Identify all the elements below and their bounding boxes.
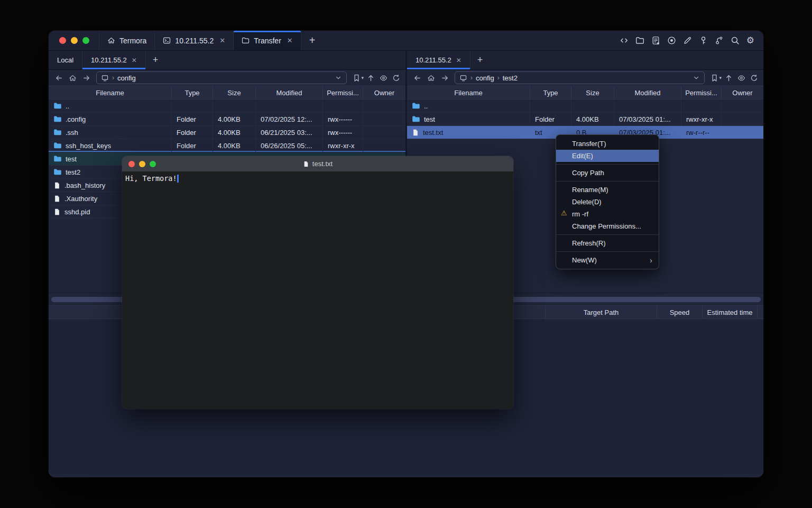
filename: test: [424, 115, 435, 123]
home-icon[interactable]: [66, 71, 79, 84]
tab-host[interactable]: 10.211.55.2 ✕: [155, 31, 234, 50]
menu-item-rename[interactable]: Rename(M): [556, 184, 659, 196]
menu-item-transfer[interactable]: Transfer(T): [556, 138, 659, 150]
column-header-owner[interactable]: Owner: [722, 86, 763, 99]
column-header-filename[interactable]: Filename: [49, 86, 172, 99]
zoom-window-button[interactable]: [150, 161, 156, 167]
file-modified: 07/02/2025 12:...: [256, 113, 323, 125]
forward-icon[interactable]: [80, 71, 93, 84]
back-icon[interactable]: [411, 71, 423, 84]
tab-remote-host[interactable]: 10.211.55.2 ✕: [407, 51, 470, 69]
right-table-header: Filename Type Size Modified Permissi... …: [407, 86, 763, 99]
bookmark-caret-icon[interactable]: ▾: [719, 75, 722, 80]
new-pane-tab-button[interactable]: +: [146, 51, 165, 69]
new-pane-tab-button[interactable]: +: [470, 51, 490, 69]
file-modified: [614, 99, 681, 112]
table-row[interactable]: .ssh Folder 4.00KB 06/21/2025 03:... rwx…: [49, 126, 405, 139]
tab-transfer[interactable]: Transfer ✕: [234, 31, 301, 50]
tab-termora[interactable]: Termora: [99, 31, 155, 50]
menu-item-refresh[interactable]: Refresh(R): [556, 237, 659, 249]
file-size: [571, 99, 614, 112]
breadcrumb-segment: config: [476, 74, 494, 82]
close-tab-icon[interactable]: ✕: [456, 57, 462, 64]
file-permissions: rw-r--r--: [681, 126, 722, 139]
refresh-icon[interactable]: [748, 71, 760, 84]
table-row[interactable]: ..: [407, 99, 763, 113]
menu-item-rm-rf[interactable]: ⚠ rm -rf: [556, 208, 659, 220]
column-header-size[interactable]: Size: [571, 86, 614, 99]
column-header-type[interactable]: Type: [172, 86, 213, 99]
editor-window-controls: [128, 161, 156, 167]
table-row[interactable]: ..: [49, 99, 405, 113]
gear-icon[interactable]: ⚙: [746, 36, 754, 45]
window-controls: [49, 31, 99, 50]
document-icon[interactable]: [651, 36, 660, 45]
new-tab-button[interactable]: +: [301, 31, 324, 50]
key-icon[interactable]: [699, 36, 708, 45]
file-icon: [303, 160, 309, 168]
close-window-button[interactable]: [128, 161, 135, 167]
path-breadcrumb[interactable]: › config › test2: [455, 71, 705, 84]
filename: sshd.pid: [64, 208, 90, 216]
file-type: [530, 99, 571, 112]
column-header-filename[interactable]: Filename: [407, 86, 530, 99]
back-icon[interactable]: [52, 71, 65, 84]
column-header-modified[interactable]: Modified: [614, 86, 681, 99]
minimize-window-button[interactable]: [139, 161, 145, 167]
column-header-modified[interactable]: Modified: [256, 86, 323, 99]
transfer-column-estimated-time[interactable]: Estimated time: [702, 306, 757, 319]
right-pane-tabs: 10.211.55.2 ✕ +: [407, 51, 763, 70]
menu-item-edit[interactable]: Edit(E): [556, 150, 659, 162]
folder-icon: [53, 115, 62, 123]
forward-icon[interactable]: [438, 71, 451, 84]
branch-icon[interactable]: [715, 36, 724, 45]
up-directory-icon[interactable]: [723, 71, 734, 84]
column-header-permissions[interactable]: Permissi...: [681, 86, 722, 99]
up-directory-icon[interactable]: [365, 71, 376, 84]
show-hidden-eye-icon[interactable]: [735, 71, 747, 84]
code-icon[interactable]: [620, 36, 629, 45]
chevron-down-icon[interactable]: [693, 74, 700, 81]
breadcrumb-separator: ›: [470, 74, 473, 81]
menu-item-copy-path[interactable]: Copy Path: [556, 167, 659, 179]
menu-item-delete[interactable]: Delete(D): [556, 196, 659, 208]
home-icon[interactable]: [425, 71, 437, 84]
app-window: Termora 10.211.55.2 ✕ Transfer ✕ + ⚙: [49, 31, 763, 477]
tab-local[interactable]: Local: [49, 51, 82, 69]
menu-separator: [556, 234, 659, 235]
record-icon[interactable]: [667, 36, 676, 45]
close-tab-icon[interactable]: ✕: [287, 37, 293, 44]
search-icon[interactable]: [731, 36, 740, 45]
folder-icon[interactable]: [635, 36, 644, 45]
column-header-owner[interactable]: Owner: [363, 86, 405, 99]
menu-item-change-permissions[interactable]: Change Permissions...: [556, 220, 659, 232]
editor-content[interactable]: Hi, Termora!: [122, 171, 513, 409]
refresh-icon[interactable]: [390, 71, 402, 84]
tab-remote-host[interactable]: 10.211.55.2 ✕: [82, 51, 146, 69]
zoom-window-button[interactable]: [82, 37, 89, 44]
column-header-type[interactable]: Type: [530, 86, 571, 99]
table-row[interactable]: ssh_host_keys Folder 4.00KB 06/26/2025 0…: [49, 139, 405, 152]
pencil-icon[interactable]: [683, 36, 692, 45]
close-window-button[interactable]: [59, 37, 66, 44]
close-tab-icon[interactable]: ✕: [219, 37, 225, 44]
table-row[interactable]: test Folder 4.00KB 07/03/2025 01:... rwx…: [407, 113, 763, 126]
editor-titlebar[interactable]: test.txt: [122, 156, 513, 171]
bookmark-icon[interactable]: [350, 71, 362, 84]
close-tab-icon[interactable]: ✕: [132, 57, 137, 64]
transfer-column-target-path[interactable]: Target Path: [545, 306, 657, 319]
column-header-size[interactable]: Size: [213, 86, 256, 99]
menu-item-label: New(W): [572, 256, 597, 264]
bookmark-caret-icon[interactable]: ▾: [361, 75, 364, 80]
path-breadcrumb[interactable]: › config: [96, 71, 347, 84]
transfer-column-speed[interactable]: Speed: [657, 306, 702, 319]
file-owner: [722, 99, 763, 112]
table-row[interactable]: .config Folder 4.00KB 07/02/2025 12:... …: [49, 113, 405, 126]
show-hidden-eye-icon[interactable]: [377, 71, 389, 84]
menu-item-new[interactable]: New(W) ›: [556, 254, 659, 266]
chevron-down-icon[interactable]: [335, 74, 342, 81]
bookmark-icon[interactable]: [708, 71, 720, 84]
column-header-permissions[interactable]: Permissi...: [323, 86, 363, 99]
tab-label: Transfer: [254, 37, 281, 45]
minimize-window-button[interactable]: [71, 37, 78, 44]
